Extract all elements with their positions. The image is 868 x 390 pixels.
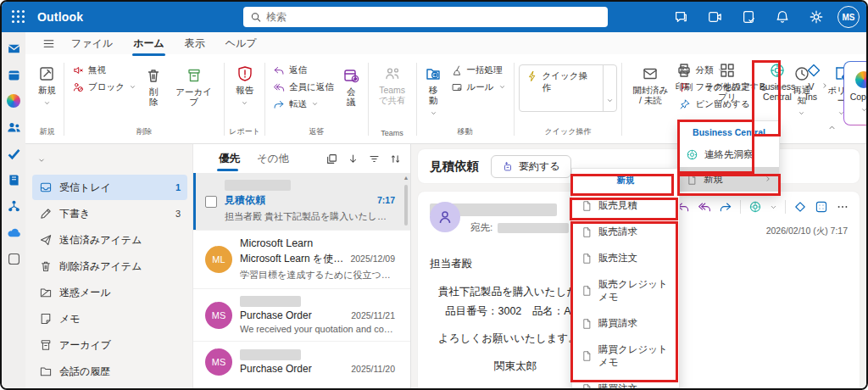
mail-app-icon[interactable] (6, 41, 21, 56)
calendar-app-icon[interactable] (6, 67, 21, 82)
forward-button[interactable]: 転送 (270, 97, 337, 112)
mail-list-scrollbar[interactable]: ▲ (403, 175, 409, 388)
submenu-item-purchase-invoice[interactable]: 購買請求 (572, 310, 679, 337)
viva-insights-button-partial[interactable]: VIns (804, 58, 822, 106)
document-icon (581, 318, 593, 330)
folder-conversation-history[interactable]: 会話の履歴 (32, 359, 187, 384)
meeting-button[interactable]: 会議 (339, 63, 364, 111)
folder-collapse-chevron[interactable] (37, 153, 187, 168)
submenu-item-sales-quote[interactable]: 販売見積 (572, 192, 679, 219)
ribbon-group-new: 新規 新規 (31, 58, 64, 141)
reply-all-icon[interactable] (698, 200, 711, 214)
delete-button[interactable]: 削除 (142, 63, 166, 111)
filter-icon[interactable] (368, 153, 381, 165)
tab-file[interactable]: ファイル (63, 33, 121, 54)
meet-now-icon[interactable] (702, 4, 727, 30)
report-button[interactable]: 報告 (232, 61, 257, 113)
menu-item-contact-insights[interactable]: 連絡先洞察 (679, 142, 779, 167)
chevron-down-icon[interactable] (770, 203, 777, 211)
people-app-icon[interactable] (6, 120, 21, 135)
apps-addin-icon[interactable] (815, 200, 828, 214)
folder-notes[interactable]: メモ (32, 306, 187, 332)
tab-other[interactable]: その他 (255, 147, 291, 171)
submenu-item-sales-invoice[interactable]: 販売請求 (572, 219, 679, 245)
summarize-button[interactable]: 要約する (491, 155, 571, 178)
forward-icon[interactable] (719, 200, 732, 214)
copilot-app-icon[interactable] (6, 93, 21, 109)
todo-app-icon[interactable] (6, 146, 21, 161)
submenu-item-sales-order[interactable]: 販売注文 (572, 245, 679, 271)
copilot-button[interactable]: Copilot (843, 61, 868, 125)
viva-insights-icon[interactable] (793, 200, 807, 214)
hamburger-menu-icon[interactable] (37, 35, 59, 52)
archive-button[interactable]: アーカイブ (168, 63, 220, 111)
folder-sent-items[interactable]: 送信済みアイテム (32, 227, 187, 253)
menu-item-new[interactable]: 新規 (679, 167, 779, 192)
account-avatar[interactable]: MS (837, 6, 860, 28)
teams-chat-icon[interactable] (668, 4, 693, 30)
reply-button[interactable]: 返信 (270, 63, 337, 78)
tab-help[interactable]: ヘルプ (217, 33, 265, 54)
mail-checkbox[interactable] (205, 196, 217, 208)
send-plane-icon (39, 233, 53, 247)
app-launcher-icon[interactable] (12, 10, 25, 24)
new-mail-button[interactable]: 新規 (35, 61, 59, 113)
business-central-addin-icon[interactable] (748, 200, 762, 214)
print-button[interactable]: 印刷 (667, 58, 701, 96)
select-all-icon[interactable] (326, 153, 338, 165)
rules-button[interactable]: ルール (448, 80, 509, 95)
person-icon (437, 209, 453, 226)
outlook-window: Outlook MS ファイル ホーム 表示 ヘルプ (0, 0, 868, 390)
document-icon (581, 226, 593, 238)
tab-focused[interactable]: 優先 (217, 147, 242, 171)
mail-item-quote-request[interactable]: 見積依頼 7:17 担当者殿 貴社下記製品を購入いたしたく、... (193, 173, 410, 231)
newest-first-icon[interactable] (347, 153, 359, 165)
top-app-bar: Outlook MS (2, 2, 866, 32)
ribbon-tab-row: ファイル ホーム 表示 ヘルプ (25, 32, 868, 54)
submenu-item-sales-credit-memo[interactable]: 販売クレジットメモ (572, 271, 679, 310)
mail-item-purchase-order-1[interactable]: MS Purchase Order 2025/11/21 We received… (193, 289, 410, 342)
tab-home[interactable]: ホーム (125, 33, 173, 54)
quick-steps-box[interactable]: クイック操作 (519, 64, 618, 112)
sweep-button[interactable]: 一括処理 (448, 63, 509, 78)
group-label-new: 新規 (39, 124, 54, 141)
trash-icon (145, 67, 162, 84)
notifications-icon[interactable] (770, 4, 795, 30)
search-input[interactable] (266, 11, 601, 23)
search-bar[interactable] (243, 7, 608, 27)
move-button[interactable]: 移動 (421, 61, 446, 123)
org-explorer-app-icon[interactable] (6, 198, 21, 214)
mail-item-purchase-order-2[interactable]: MS Purchase Order 2025/11/20 (193, 342, 410, 382)
folder-drafts[interactable]: 下書き 3 (32, 201, 187, 226)
ribbon-overflow-chevron[interactable] (821, 78, 829, 161)
more-apps-rail-icon[interactable] (6, 251, 21, 266)
archive-box-icon (39, 338, 53, 352)
collapse-ribbon-chevron[interactable] (827, 120, 837, 136)
submenu-item-purchase-order[interactable]: 購買注文 (572, 376, 679, 390)
folder-inbox[interactable]: 受信トレイ 1 (32, 175, 187, 200)
sort-icon[interactable] (389, 153, 402, 165)
mute-icon (72, 64, 84, 76)
more-apps-button[interactable]: その他のアプリ (701, 58, 754, 106)
group-label-report: レポート (229, 124, 260, 141)
submenu-item-purchase-credit-memo[interactable]: 購買クレジットメモ (572, 337, 679, 376)
ignore-button[interactable]: 無視 (69, 63, 140, 78)
more-actions-icon[interactable] (836, 200, 849, 214)
submenu-title: 新規 (572, 169, 679, 192)
reply-all-button[interactable]: 全員に返信 (270, 80, 337, 95)
tab-view[interactable]: 表示 (176, 33, 214, 54)
folder-archive[interactable]: アーカイブ (32, 332, 187, 358)
settings-gear-icon[interactable] (804, 4, 829, 30)
folder-junk-email[interactable]: 迷惑メール (32, 280, 187, 305)
notes-icon[interactable] (736, 4, 761, 30)
folder-deleted-items[interactable]: 削除済みアイテム (32, 254, 187, 279)
message-subject-title: 見積依頼 (430, 159, 479, 175)
mail-item-microsoft-learn[interactable]: ML Microsoft Learn Microsoft Learn を使ってみ… (193, 231, 410, 289)
ribbon-group-delete: 無視 ブロック 削除 アーカイブ 削除 (64, 58, 224, 141)
business-central-button[interactable]: Business Central (753, 58, 802, 106)
business-central-icon (686, 148, 698, 161)
block-button[interactable]: ブロック (69, 80, 140, 95)
onedrive-app-icon[interactable] (6, 225, 21, 240)
notebook-app-icon[interactable] (6, 172, 21, 187)
share-to-teams-button[interactable]: Teams で共有 (373, 61, 412, 109)
